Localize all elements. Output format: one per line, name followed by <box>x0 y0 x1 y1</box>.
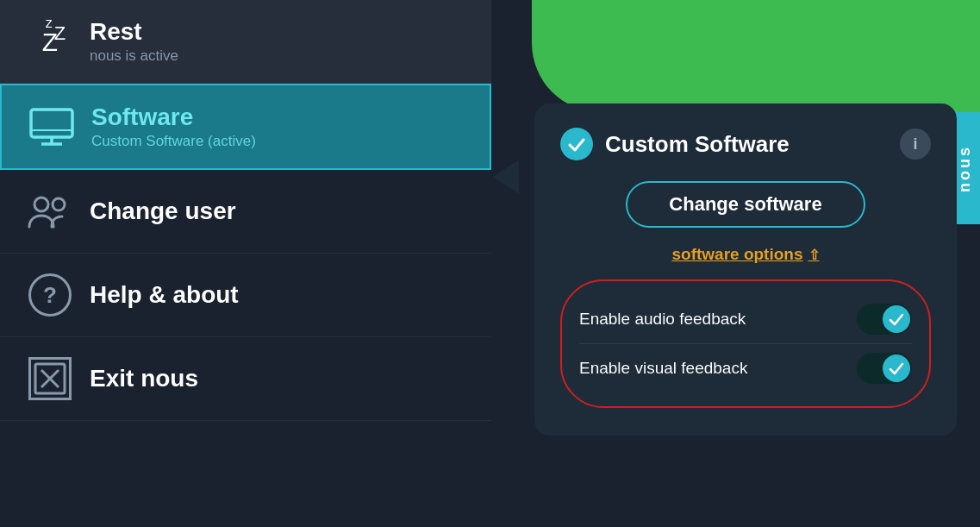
help-circle-icon: ? <box>28 273 72 317</box>
audio-toggle-track <box>857 304 912 335</box>
info-button[interactable]: i <box>900 129 931 160</box>
sidebar-item-exit[interactable]: Exit nous <box>0 337 491 421</box>
software-popup: Custom Software i Change software softwa… <box>534 104 957 436</box>
audio-toggle-knob <box>883 305 910 333</box>
software-text: Software Custom Software (active) <box>91 104 256 150</box>
info-icon: i <box>913 135 917 154</box>
check-circle-icon <box>560 128 593 160</box>
software-title: Software <box>91 104 256 131</box>
audio-feedback-row: Enable audio feedback <box>579 295 912 343</box>
sidebar: z Z Z Rest nous is active Software Custo… <box>0 0 491 527</box>
visual-feedback-toggle[interactable] <box>857 353 912 384</box>
sleep-icon: z Z Z <box>24 16 76 67</box>
help-text: Help & about <box>90 281 239 309</box>
change-user-text: Change user <box>90 198 236 225</box>
audio-feedback-toggle[interactable] <box>857 304 912 335</box>
svg-point-4 <box>34 198 48 211</box>
options-oval: Enable audio feedback Enable visual feed… <box>560 279 931 408</box>
exit-text: Exit nous <box>90 365 198 392</box>
visual-feedback-row: Enable visual feedback <box>579 343 912 392</box>
software-options-label: software options <box>671 245 802 264</box>
visual-feedback-label: Enable visual feedback <box>579 359 747 378</box>
help-icon: ? <box>24 269 76 321</box>
visual-toggle-track <box>857 353 912 384</box>
sidebar-item-software[interactable]: Software Custom Software (active) <box>0 84 491 170</box>
sidebar-item-change-user[interactable]: Change user <box>0 170 491 254</box>
software-options-link[interactable]: software options ⇧ <box>560 245 931 264</box>
svg-point-5 <box>53 198 65 210</box>
sidebar-item-rest[interactable]: z Z Z Rest nous is active <box>0 0 491 84</box>
rest-subtitle: nous is active <box>90 47 178 65</box>
popup-arrow <box>493 160 519 194</box>
green-background <box>532 0 980 112</box>
popup-title-row: Custom Software <box>560 128 790 160</box>
rest-text: Rest nous is active <box>90 18 178 65</box>
audio-feedback-label: Enable audio feedback <box>579 310 746 329</box>
change-software-button[interactable]: Change software <box>626 181 865 228</box>
popup-title: Custom Software <box>605 131 790 158</box>
users-icon <box>24 185 76 237</box>
svg-rect-0 <box>31 110 72 137</box>
rest-title: Rest <box>90 18 178 46</box>
popup-header: Custom Software i <box>560 128 931 160</box>
exit-title: Exit nous <box>90 365 198 392</box>
change-user-title: Change user <box>90 198 236 225</box>
nous-tab-label: nous <box>956 145 974 192</box>
sidebar-item-help[interactable]: ? Help & about <box>0 254 491 337</box>
chevron-up-icon: ⇧ <box>808 247 820 263</box>
monitor-icon <box>26 101 78 153</box>
visual-toggle-knob <box>883 354 910 382</box>
help-title: Help & about <box>90 281 239 309</box>
exit-icon <box>24 353 76 405</box>
exit-box-icon <box>28 357 72 400</box>
software-subtitle: Custom Software (active) <box>91 133 256 150</box>
